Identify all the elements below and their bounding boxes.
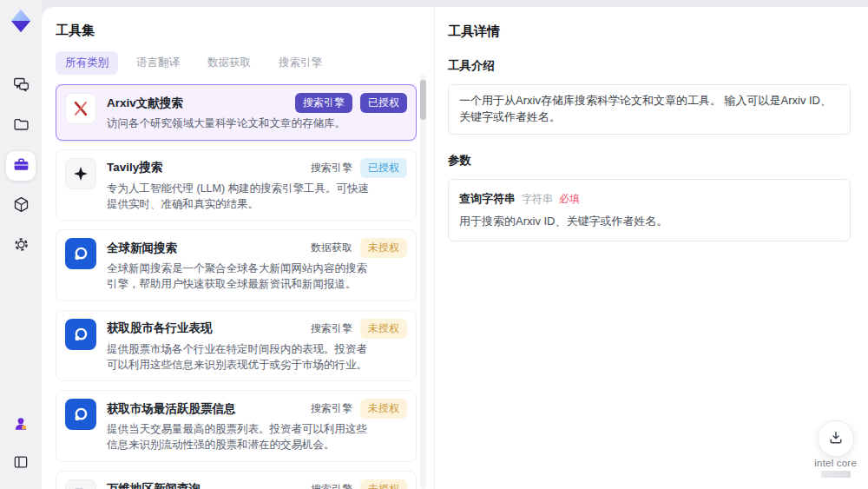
sidebar-bottom [6,411,36,479]
auth-status-badge: 未授权 [360,479,407,489]
news-icon [65,399,96,430]
tool-card[interactable]: 万维地区新闻查询搜索引擎未授权查询具体行政区划内的新闻，快速了解各地新闻动 [56,471,417,489]
building-icon [65,479,96,489]
tool-badges: 搜索引擎未授权 [311,479,407,489]
tool-card[interactable]: 获取市场最活跃股票信息搜索引擎未授权提供当天交易量最高的股票列表。投资者可以利用… [56,390,417,462]
tavily-icon [65,158,96,189]
sidebar-item-collapse[interactable] [6,449,36,479]
sidebar-nav [6,71,36,261]
app-logo-gem-icon [7,7,35,35]
tool-badges: 搜索引擎已授权 [311,158,407,178]
tool-card-body: 获取市场最活跃股票信息搜索引擎未授权提供当天交易量最高的股票列表。投资者可以利用… [107,399,407,453]
tab-2[interactable]: 数据获取 [198,51,260,75]
category-badge: 数据获取 [311,238,352,258]
sidebar-item-folder[interactable] [6,111,36,141]
tool-card-header: 万维地区新闻查询搜索引擎未授权 [107,479,407,489]
category-tabs: 所有类别语言翻译数据获取搜索引擎 [56,51,434,75]
intro-heading: 工具介绍 [448,58,851,74]
cube-icon [12,195,30,217]
category-badge: 搜索引擎 [295,93,352,113]
auth-status-badge: 已授权 [360,93,407,113]
tool-badges: 搜索引擎已授权 [295,93,407,113]
tab-3[interactable]: 搜索引擎 [269,51,332,75]
sidebar-item-tools[interactable] [6,151,36,181]
tool-detail-section: 工具详情 工具介绍 一个用于从Arxiv存储库搜索科学论文和文章的工具。 输入可… [435,7,868,489]
tool-card-list: Arxiv文献搜索搜索引擎已授权访问各个研究领域大量科学论文和文章的存储库。Ta… [56,84,417,489]
auth-status-badge: 未授权 [360,238,407,258]
tool-intro-text: 一个用于从Arxiv存储库搜索科学论文和文章的工具。 输入可以是Arxiv ID… [459,94,832,123]
parameter-name: 查询字符串 [459,191,516,207]
sidebar-item-account[interactable] [6,411,36,440]
user-avatar-icon [12,415,30,436]
tool-card-body: 全球新闻搜索数据获取未授权全球新闻搜索是一个聚合全球各大新闻网站内容的搜索引擎，… [107,238,407,293]
tool-name: 获取市场最活跃股票信息 [107,401,236,417]
scrollbar-thumb[interactable] [420,80,426,120]
tool-name: 全球新闻搜索 [107,241,177,256]
tool-badges: 搜索引擎未授权 [311,399,407,419]
tool-card-header: Arxiv文献搜索搜索引擎已授权 [107,93,407,113]
tool-card-body: Tavily搜索搜索引擎已授权专为人工智能代理 (LLM) 构建的搜索引擎工具。… [107,158,407,213]
tool-card[interactable]: Tavily搜索搜索引擎已授权专为人工智能代理 (LLM) 构建的搜索引擎工具。… [56,149,417,221]
sidebar-item-settings[interactable] [6,231,36,261]
intel-ultra-badge [821,471,851,478]
parameter-description: 用于搜索的Arxiv ID、关键字或作者姓名。 [459,214,839,229]
tool-name: Arxiv文献搜索 [107,96,183,111]
category-badge: 搜索引擎 [311,479,352,489]
folder-icon [12,116,30,137]
tool-name: Tavily搜索 [107,160,162,175]
intel-core-text: intel core [814,458,857,468]
tool-description: 访问各个研究领域大量科学论文和文章的存储库。 [107,116,378,132]
auth-status-badge: 未授权 [360,399,407,419]
tool-card-header: 全球新闻搜索数据获取未授权 [107,238,407,258]
tool-name: 获取股市各行业表现 [107,320,213,336]
sidebar-item-packages[interactable] [6,191,36,221]
news-icon [65,238,96,269]
category-badge: 搜索引擎 [311,319,352,339]
tool-intro-box: 一个用于从Arxiv存储库搜索科学论文和文章的工具。 输入可以是Arxiv ID… [448,84,851,135]
tool-card-header: 获取股市各行业表现搜索引擎未授权 [107,319,407,339]
parameter-type: 字符串 [522,192,553,207]
sidebar-item-chat[interactable] [6,71,36,101]
parameter-card: 查询字符串 字符串 必填 用于搜索的Arxiv ID、关键字或作者姓名。 [448,179,851,241]
tool-card[interactable]: 获取股市各行业表现搜索引擎未授权提供股票市场各个行业在特定时间段内的表现。投资者… [56,310,417,382]
tool-list-section: 工具集 所有类别语言翻译数据获取搜索引擎 Arxiv文献搜索搜索引擎已授权访问各… [42,7,434,489]
download-button[interactable] [818,420,854,457]
detail-title: 工具详情 [448,23,851,40]
params-heading: 参数 [448,153,851,169]
tool-name: 万维地区新闻查询 [107,481,201,489]
arxiv-icon [65,93,96,124]
main-panel: 工具集 所有类别语言翻译数据获取搜索引擎 Arxiv文献搜索搜索引擎已授权访问各… [42,7,868,489]
tab-0[interactable]: 所有类别 [56,51,118,75]
tool-description: 提供当天交易量最高的股票列表。投资者可以利用这些信息来识别流动性强的股票和潜在的… [107,422,378,453]
tool-badges: 搜索引擎未授权 [311,319,407,339]
parameter-required-flag: 必填 [559,192,580,207]
list-scrollbar[interactable] [420,75,426,489]
tool-badges: 数据获取未授权 [311,238,407,258]
tool-card-header: Tavily搜索搜索引擎已授权 [107,158,407,178]
tool-card[interactable]: Arxiv文献搜索搜索引擎已授权访问各个研究领域大量科学论文和文章的存储库。 [56,84,417,141]
tool-card[interactable]: 全球新闻搜索数据获取未授权全球新闻搜索是一个聚合全球各大新闻网站内容的搜索引擎，… [56,229,417,301]
panel-toggle-icon [12,453,30,474]
briefcase-icon [12,155,30,177]
intel-core-logo: intel core [814,458,857,478]
tool-card-body: 万维地区新闻查询搜索引擎未授权查询具体行政区划内的新闻，快速了解各地新闻动 [107,479,407,489]
tool-card-header: 获取市场最活跃股票信息搜索引擎未授权 [107,399,407,419]
tool-description: 全球新闻搜索是一个聚合全球各大新闻网站内容的搜索引擎，帮助用户快速获取全球最新资… [107,261,378,293]
auth-status-badge: 未授权 [360,319,407,339]
tool-description: 提供股票市场各个行业在特定时间段内的表现。投资者可以利用这些信息来识别表现优于或… [107,342,378,373]
category-badge: 搜索引擎 [311,399,352,419]
category-badge: 搜索引擎 [311,158,352,178]
tab-1[interactable]: 语言翻译 [127,51,189,75]
download-icon [827,429,845,449]
page-title: 工具集 [56,23,434,39]
auth-status-badge: 已授权 [360,158,407,178]
parameter-header: 查询字符串 字符串 必填 [459,191,839,207]
sidebar [0,0,42,489]
news-icon [65,319,96,350]
gear-icon [12,235,30,257]
tool-description: 专为人工智能代理 (LLM) 构建的搜索引擎工具。可快速提供实时、准确和真实的结… [107,182,378,213]
tool-card-body: 获取股市各行业表现搜索引擎未授权提供股票市场各个行业在特定时间段内的表现。投资者… [107,319,407,373]
chat-icon [12,76,30,97]
tool-card-body: Arxiv文献搜索搜索引擎已授权访问各个研究领域大量科学论文和文章的存储库。 [107,93,407,132]
